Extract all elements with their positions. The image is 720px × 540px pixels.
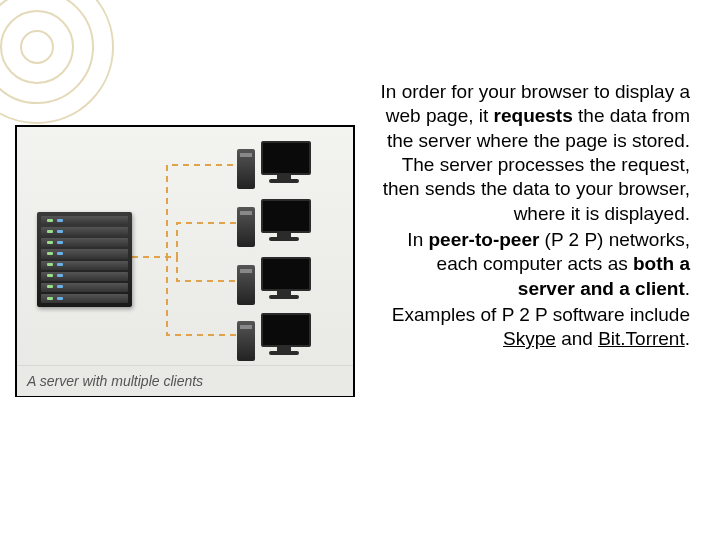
paragraph-1: In order for your browser to display a w… xyxy=(380,80,690,226)
server-clients-figure: A server with multiple clients xyxy=(15,125,355,397)
server-rack-icon xyxy=(37,212,132,307)
client-computer-icon xyxy=(237,257,313,305)
client-computer-icon xyxy=(237,141,313,189)
diagram-area xyxy=(17,127,353,365)
decorative-swirl xyxy=(0,0,120,130)
text-run: Examples of P 2 P software include xyxy=(392,304,690,325)
slide: A server with multiple clients In order … xyxy=(0,0,720,540)
client-computer-icon xyxy=(237,313,313,361)
paragraph-2: In peer-to-peer (P 2 P) networks, each c… xyxy=(380,228,690,301)
link-bittorrent[interactable]: Bit.Torrent xyxy=(598,328,685,349)
paragraph-3: Examples of P 2 P software include Skype… xyxy=(380,303,690,352)
text-run: . xyxy=(685,328,690,349)
bold-peer-to-peer: peer-to-peer xyxy=(428,229,539,250)
bold-requests: requests xyxy=(494,105,573,126)
text-run: . xyxy=(685,278,690,299)
link-skype[interactable]: Skype xyxy=(503,328,556,349)
text-run: and xyxy=(556,328,598,349)
text-run: In xyxy=(407,229,428,250)
client-computer-icon xyxy=(237,199,313,247)
body-text: In order for your browser to display a w… xyxy=(380,80,690,353)
figure-caption: A server with multiple clients xyxy=(17,365,353,396)
